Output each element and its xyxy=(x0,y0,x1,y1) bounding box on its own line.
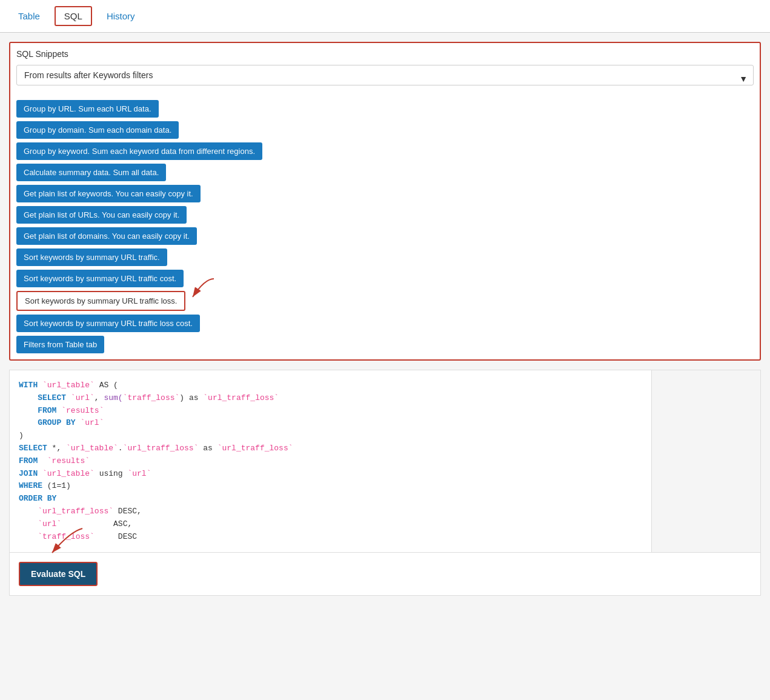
snippet-btn-sort-traffic[interactable]: Sort keywords by summary URL traffic. xyxy=(16,248,167,266)
tab-sql[interactable]: SQL xyxy=(55,6,92,26)
sql-code-display[interactable]: WITH `url_table` AS ( SELECT `url`, sum(… xyxy=(10,370,651,552)
sql-line-3: FROM `results` xyxy=(19,405,642,418)
sql-line-2: SELECT `url`, sum(`traff_loss`) as `url_… xyxy=(19,392,642,405)
dropdown-wrapper: From results after Keywords filters From… xyxy=(16,65,754,93)
sql-editor-area: WITH `url_table` AS ( SELECT `url`, sum(… xyxy=(10,370,760,553)
sql-line-13: `traff_loss` DESC xyxy=(19,531,642,544)
sql-line-10: ORDER BY xyxy=(19,493,642,505)
sql-sidebar xyxy=(651,370,760,552)
snippet-buttons-list: Group by URL. Sum each URL data. Group b… xyxy=(16,100,754,353)
evaluate-sql-button[interactable]: Evaluate SQL xyxy=(19,562,98,586)
snippet-btn-plain-domains[interactable]: Get plain list of domains. You can easil… xyxy=(16,227,197,245)
snippet-btn-sort-traffic-loss[interactable]: Sort keywords by summary URL traffic los… xyxy=(16,291,185,311)
sql-line-4: GROUP BY `url` xyxy=(19,417,642,430)
snippet-btn-filters-table[interactable]: Filters from Table tab xyxy=(16,336,104,353)
snippet-btn-plain-keywords[interactable]: Get plain list of keywords. You can easi… xyxy=(16,185,201,202)
snippet-btn-group-keyword[interactable]: Group by keyword. Sum each keyword data … xyxy=(16,142,262,160)
snippet-btn-sort-traffic-loss-cost[interactable]: Sort keywords by summary URL traffic los… xyxy=(16,315,200,332)
sql-editor-section: WITH `url_table` AS ( SELECT `url`, sum(… xyxy=(9,370,761,596)
evaluate-arrow-icon xyxy=(34,525,95,559)
sql-line-5: ) xyxy=(19,430,642,442)
source-dropdown[interactable]: From results after Keywords filters From… xyxy=(16,65,754,85)
tab-table[interactable]: Table xyxy=(6,0,52,32)
snippet-btn-group-url[interactable]: Group by URL. Sum each URL data. xyxy=(16,100,159,118)
snippet-btn-plain-urls[interactable]: Get plain list of URLs. You can easily c… xyxy=(16,206,187,224)
tabs-bar: Table SQL History xyxy=(0,0,770,33)
sql-snippets-title: SQL Snippets xyxy=(16,49,754,59)
sql-line-12: `url` ASC, xyxy=(19,518,642,531)
main-content: SQL Snippets From results after Keywords… xyxy=(0,33,770,700)
sql-line-1: WITH `url_table` AS ( xyxy=(19,379,642,392)
evaluate-section: Evaluate SQL xyxy=(10,553,760,595)
snippet-btn-calc-summary[interactable]: Calculate summary data. Sum all data. xyxy=(16,164,166,181)
sql-line-11: `url_traff_loss` DESC, xyxy=(19,505,642,518)
snippet-btn-traffic-cost-wrapper: Sort keywords by summary URL traffic cos… xyxy=(16,270,184,287)
sql-snippets-box: SQL Snippets From results after Keywords… xyxy=(9,42,761,361)
snippet-btn-group-domain[interactable]: Group by domain. Sum each domain data. xyxy=(16,121,179,139)
sql-line-7: FROM `results` xyxy=(19,455,642,468)
sql-line-8: JOIN `url_table` using `url` xyxy=(19,468,642,481)
tab-history[interactable]: History xyxy=(95,0,147,32)
sql-line-6: SELECT *, `url_table`.`url_traff_loss` a… xyxy=(19,442,642,455)
red-arrow-icon xyxy=(171,276,220,306)
snippet-btn-sort-traffic-cost[interactable]: Sort keywords by summary URL traffic cos… xyxy=(16,270,184,287)
sql-line-9: WHERE (1=1) xyxy=(19,480,642,493)
